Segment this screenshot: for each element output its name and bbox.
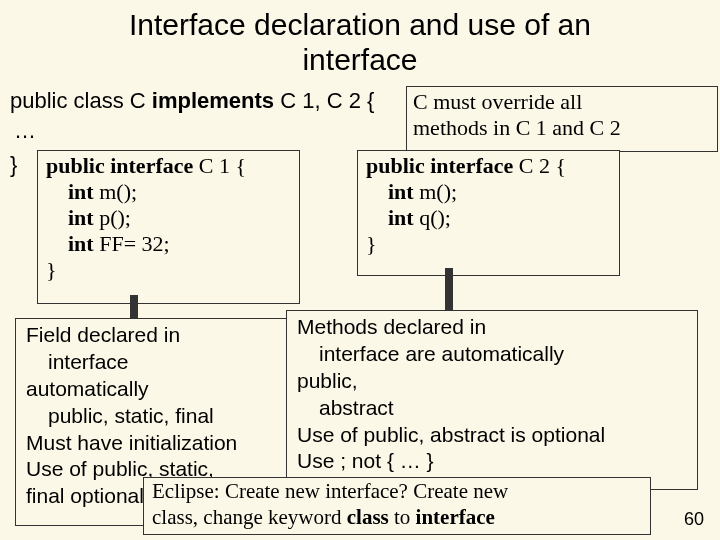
eclipse-tip-box: Eclipse: Create new interface? Create ne… <box>143 477 651 535</box>
title-line-1: Interface declaration and use of an <box>129 8 591 41</box>
c1-line4: int FF= 32; <box>46 231 291 257</box>
connector-right-2 <box>449 268 453 313</box>
line: Methods declared in <box>297 314 687 341</box>
kw: public interface <box>366 153 513 178</box>
override-note-box: C must override all methods in C 1 and C… <box>406 86 718 152</box>
line: interface are automatically <box>297 341 687 368</box>
line: Must have initialization <box>26 430 284 457</box>
eclipse-line-2: class, change keyword class to interface <box>152 505 642 531</box>
c2-line3: int q(); <box>366 205 611 231</box>
override-line-2: methods in C 1 and C 2 <box>413 115 711 141</box>
ellipsis: … <box>14 118 36 144</box>
text: C 1 { <box>193 153 246 178</box>
c2-line2: int m(); <box>366 179 611 205</box>
line: Field declared in <box>26 322 284 349</box>
text: C 1, C 2 { <box>274 88 374 113</box>
c1-line1: public interface C 1 { <box>46 153 291 179</box>
keyword-implements: implements <box>152 88 274 113</box>
c2-line4: } <box>366 231 611 257</box>
kw: int <box>68 205 94 230</box>
kw: int <box>388 179 414 204</box>
text: public class C <box>10 88 152 113</box>
line: abstract <box>297 395 687 422</box>
class-declaration: public class C implements C 1, C 2 { <box>10 88 374 114</box>
c1-line5: } <box>46 257 291 283</box>
line: Use ; not { … } <box>297 448 687 475</box>
slide-title: Interface declaration and use of an inte… <box>0 0 720 77</box>
kw: public interface <box>46 153 193 178</box>
c2-line1: public interface C 2 { <box>366 153 611 179</box>
line: interface <box>26 349 284 376</box>
title-line-2: interface <box>302 43 417 76</box>
text: to <box>389 505 416 529</box>
override-line-1: C must override all <box>413 89 711 115</box>
close-brace: } <box>10 152 17 178</box>
text: m(); <box>414 179 457 204</box>
line: public, <box>297 368 687 395</box>
eclipse-line-1: Eclipse: Create new interface? Create ne… <box>152 479 642 505</box>
interface-c2-box: public interface C 2 { int m(); int q();… <box>357 150 620 276</box>
method-note-box: Methods declared in interface are automa… <box>286 310 698 490</box>
text: FF= 32; <box>94 231 170 256</box>
c1-line3: int p(); <box>46 205 291 231</box>
line: public, static, final <box>26 403 284 430</box>
kw: int <box>68 231 94 256</box>
c1-line2: int m(); <box>46 179 291 205</box>
kw: int <box>68 179 94 204</box>
kw-class: class <box>347 505 389 529</box>
text: class, change keyword <box>152 505 347 529</box>
text: C 2 { <box>513 153 566 178</box>
interface-c1-box: public interface C 1 { int m(); int p();… <box>37 150 300 304</box>
text: m(); <box>94 179 137 204</box>
kw-interface: interface <box>416 505 495 529</box>
text: q(); <box>414 205 451 230</box>
line: automatically <box>26 376 284 403</box>
line: Use of public, abstract is optional <box>297 422 687 449</box>
text: p(); <box>94 205 131 230</box>
kw: int <box>388 205 414 230</box>
slide-number: 60 <box>684 509 704 530</box>
